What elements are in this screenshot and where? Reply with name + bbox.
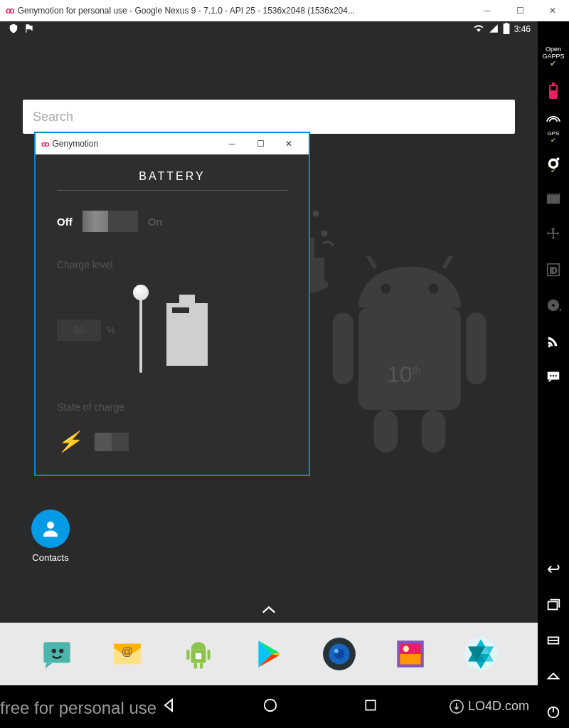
svg-point-17	[322, 231, 326, 236]
charge-level-label: Charge level	[57, 259, 287, 270]
nav-home-button[interactable]	[262, 697, 278, 716]
charging-toggle[interactable]	[95, 433, 129, 451]
svg-point-52	[553, 375, 554, 376]
lightning-icon: ⚡	[57, 430, 82, 453]
svg-rect-10	[422, 410, 446, 453]
sidebar-opengapps[interactable]: Open GAPPS✔	[538, 40, 569, 73]
divider	[57, 190, 287, 191]
search-input[interactable]: Search	[23, 100, 515, 134]
sidebar-home[interactable]	[538, 660, 569, 692]
battery-icon	[503, 23, 510, 36]
sidebar-battery[interactable]	[538, 75, 569, 108]
android-icon[interactable]	[179, 635, 218, 673]
email-icon[interactable]: @	[108, 635, 147, 673]
svg-text:@: @	[122, 645, 134, 658]
svg-rect-44	[557, 158, 560, 161]
battery-dialog: oo Genymotion ─ ☐ ✕ BATTERY Off On Charg…	[34, 132, 310, 476]
minimize-button[interactable]: ─	[471, 0, 504, 21]
nav-recents-button[interactable]	[363, 698, 378, 715]
device-screen: 3:46 Search 10th	[0, 21, 538, 728]
svg-point-33	[334, 649, 339, 653]
flag-icon	[24, 23, 34, 36]
percent-label: %	[107, 325, 115, 336]
clock-text: 3:46	[514, 24, 531, 34]
sidebar-menu[interactable]	[538, 624, 569, 657]
sidebar-recents[interactable]	[538, 589, 569, 621]
sidebar-back[interactable]	[538, 553, 569, 586]
svg-line-6	[444, 256, 454, 268]
dialog-heading: BATTERY	[57, 170, 287, 183]
svg-rect-45	[547, 195, 560, 204]
svg-rect-28	[200, 663, 203, 669]
main-window-titlebar: oo Genymotion for personal use - Google …	[0, 0, 569, 21]
play-store-icon[interactable]	[250, 635, 288, 673]
dock: @	[0, 623, 538, 685]
toggle-off-label: Off	[57, 216, 73, 228]
svg-rect-40	[366, 700, 375, 709]
charge-value-input[interactable]: 96	[57, 320, 101, 341]
svg-rect-27	[193, 663, 196, 669]
toggle-on-label: On	[148, 216, 163, 228]
genymotion-logo-icon: oo	[6, 6, 14, 16]
sidebar-network[interactable]	[538, 325, 569, 357]
svg-rect-54	[548, 601, 558, 609]
svg-point-21	[51, 649, 55, 653]
window-title: Genymotion for personal use - Google Nex…	[18, 6, 471, 16]
shield-icon	[9, 23, 18, 36]
svg-rect-9	[374, 410, 398, 453]
sidebar-disk[interactable]	[538, 289, 569, 322]
camera-lens-icon[interactable]	[320, 635, 358, 673]
svg-rect-26	[207, 650, 210, 660]
sidebar-screencast[interactable]	[538, 182, 569, 215]
gallery-icon[interactable]	[391, 635, 430, 673]
svg-point-37	[403, 646, 408, 652]
svg-rect-20	[43, 642, 70, 663]
close-button[interactable]: ✕	[536, 0, 569, 21]
contacts-label: Contacts	[32, 552, 68, 563]
contacts-icon	[31, 510, 70, 548]
messaging-icon[interactable]	[38, 635, 76, 673]
svg-point-18	[47, 522, 54, 529]
svg-point-43	[551, 161, 555, 166]
svg-rect-25	[186, 650, 189, 660]
svg-point-4	[428, 283, 438, 293]
svg-rect-36	[400, 654, 420, 665]
dialog-maximize-button[interactable]: ☐	[246, 139, 275, 149]
svg-point-16	[314, 211, 318, 216]
sidebar-sms[interactable]	[538, 360, 569, 393]
genymotion-logo-icon: oo	[41, 139, 48, 148]
svg-point-39	[265, 700, 277, 712]
svg-point-51	[550, 375, 551, 376]
maximize-button[interactable]: ☐	[504, 0, 536, 21]
svg-point-22	[59, 649, 63, 653]
sidebar-identifier[interactable]: ID	[538, 253, 569, 286]
svg-rect-1	[504, 23, 509, 33]
svg-point-49	[552, 304, 555, 307]
nav-back-button[interactable]	[160, 697, 177, 717]
lo4d-watermark: LO4D.com	[450, 699, 529, 714]
svg-point-3	[381, 283, 390, 293]
android-robot-illustration: 10th	[324, 256, 495, 441]
battery-toggle[interactable]	[83, 211, 138, 232]
dialog-close-button[interactable]: ✕	[275, 139, 303, 149]
sidebar-move[interactable]	[538, 218, 569, 250]
signal-icon	[489, 23, 499, 36]
sidebar-power[interactable]	[538, 695, 569, 728]
charge-slider[interactable]	[134, 287, 148, 373]
svg-rect-7	[333, 312, 353, 384]
dialog-minimize-button[interactable]: ─	[218, 139, 246, 149]
battery-level-icon	[166, 295, 208, 366]
aperture-icon[interactable]	[462, 635, 500, 673]
svg-text:ID: ID	[550, 267, 557, 275]
dialog-title: Genymotion	[52, 139, 218, 149]
genymotion-sidebar: Open GAPPS✔ GPS✔ ✔ ID	[538, 21, 569, 728]
search-placeholder: Search	[33, 110, 73, 125]
svg-rect-8	[466, 312, 486, 384]
sidebar-gps[interactable]: GPS✔	[538, 111, 569, 144]
wifi-icon	[473, 23, 484, 36]
svg-rect-29	[195, 653, 201, 659]
tenth-anniversary-text: 10th	[387, 362, 420, 388]
contacts-app-shortcut[interactable]: Contacts	[28, 510, 73, 563]
app-drawer-handle[interactable]	[261, 603, 277, 618]
sidebar-camera[interactable]: ✔	[538, 147, 569, 179]
